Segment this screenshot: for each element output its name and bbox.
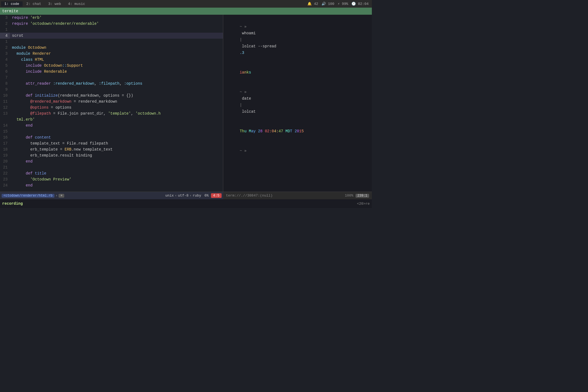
line-content: include Renderable <box>10 69 223 75</box>
terminal-line: ~ » whoami | lolcat --spread .3 <box>226 17 369 63</box>
window-title: termite <box>2 9 18 13</box>
line-content: attr_reader :rendered_markdown, :filepat… <box>10 81 223 87</box>
line-content: 'Octodown Preview' <box>10 176 223 182</box>
clock-icon: 🕐 02:04 <box>351 2 369 6</box>
code-line: 3 require 'erb' <box>0 15 223 21</box>
line-number <box>0 117 10 122</box>
code-line: 23 'Octodown Preview' <box>0 176 223 182</box>
volume-icon: 🔊 100 <box>321 2 334 6</box>
code-line: tml.erb' <box>0 117 223 122</box>
code-line: 17 template_text = File.read filepath <box>0 140 223 146</box>
line-content <box>10 164 223 170</box>
code-line: 8 attr_reader :rendered_markdown, :filep… <box>0 81 223 87</box>
code-line: 2 module Octodown <box>0 45 223 51</box>
line-number: 1 <box>0 39 10 45</box>
format-label: unix <box>165 194 174 198</box>
line-number: 19 <box>0 152 10 158</box>
tab-chat[interactable]: 2: chat <box>23 1 45 7</box>
code-lines: 3 require 'erb' 2 require 'octodown/rend… <box>0 15 223 188</box>
line-number: 10 <box>0 93 10 99</box>
line-number: 1 <box>0 27 10 33</box>
tabs-container: 1: code 2: chat 3: web 4: music <box>1 1 88 7</box>
code-line: 1 <box>0 39 223 45</box>
code-line: 6 include Renderable <box>0 69 223 75</box>
line-number: 2 <box>0 21 10 27</box>
code-line: 14 end <box>0 122 223 128</box>
line-number: 17 <box>0 140 10 146</box>
status-bars: <ctodown/renderer/html.rb › + unix ‹ utf… <box>0 192 372 199</box>
line-number: 7 <box>0 75 10 81</box>
line-content: @options = options <box>10 105 223 111</box>
line-content <box>10 27 223 33</box>
code-line: 16 def content <box>0 134 223 140</box>
line-content: module Octodown <box>10 45 223 51</box>
code-line: 21 <box>0 164 223 170</box>
code-line: 1 <box>0 27 223 33</box>
line-content: include Octodown::Support <box>10 63 223 69</box>
line-content: tml.erb' <box>10 117 223 122</box>
line-content <box>10 87 223 93</box>
line-number: 8 <box>0 81 10 87</box>
code-line: 20 end <box>0 158 223 164</box>
line-content <box>10 128 223 134</box>
line-content: @filepath = File.join parent_dir, 'templ… <box>10 111 223 117</box>
line-number: 22 <box>0 170 10 176</box>
line-content: template_text = File.read filepath <box>10 140 223 146</box>
line-content: erb_template.result binding <box>10 152 223 158</box>
line-content: def title <box>10 170 223 176</box>
code-line: 3 module Renderer <box>0 51 223 57</box>
line-content: end <box>10 158 223 164</box>
terminal-line: ~ » date | lolcat <box>226 82 369 121</box>
line-content: def initialize(rendered_markdown, option… <box>10 93 223 99</box>
terminal-status-bar: term://.//30847:(null) 100% 239:1 <box>223 192 372 199</box>
line-content: end <box>10 122 223 128</box>
code-line: 12 @options = options <box>0 105 223 111</box>
percent-label: 6% <box>204 194 209 198</box>
code-line: 13 @filepath = File.join parent_dir, 'te… <box>0 111 223 117</box>
line-number: 24 <box>0 182 10 188</box>
tab-bar: 1: code 2: chat 3: web 4: music 🔔 42 🔊 1… <box>0 0 372 8</box>
language-label: ruby <box>193 194 201 198</box>
main-content: 3 require 'erb' 2 require 'octodown/rend… <box>0 15 372 192</box>
recording-bar: recording <20>re <box>0 199 372 208</box>
line-content: require 'octodown/renderer/renderable' <box>10 21 223 27</box>
tab-web[interactable]: 3: web <box>45 1 64 7</box>
line-number: 16 <box>0 134 10 140</box>
notification-icon: 🔔 42 <box>307 2 318 6</box>
line-number: 6 <box>0 69 10 75</box>
line-content: require 'erb' <box>10 15 223 21</box>
terminal-output-date: Thu May 28 02:04:47 MDT 2015 <box>226 121 369 141</box>
line-number: 14 <box>0 122 10 128</box>
line-content: erb_template = ERB.new template_text <box>10 146 223 152</box>
line-number: 5 <box>0 63 10 69</box>
line-content: end <box>10 182 223 188</box>
terminal-url: term://.//30847:(null) <box>226 194 273 198</box>
line-number: 23 <box>0 176 10 182</box>
code-line: 5 include Octodown::Support <box>0 63 223 69</box>
title-bar: termite <box>0 8 372 15</box>
code-line: 19 erb_template.result binding <box>0 152 223 158</box>
tab-music[interactable]: 4: music <box>65 1 88 7</box>
code-line-active: 4 scrot <box>0 33 223 39</box>
code-line: 18 erb_template = ERB.new template_text <box>0 146 223 152</box>
terminal-prompt: ~ » <box>226 141 369 161</box>
line-content: @rendered_markdown = rendered_markdown <box>10 99 223 105</box>
recording-label: recording <box>2 201 23 206</box>
terminal-pane: ~ » whoami | lolcat --spread .3 ianks ~ … <box>223 15 372 192</box>
terminal-percent: 100% <box>345 194 353 198</box>
line-number: 3 <box>0 15 10 21</box>
code-line: 15 <box>0 128 223 134</box>
line-content: scrot <box>10 33 223 39</box>
line-number: 20 <box>0 158 10 164</box>
tab-code[interactable]: 1: code <box>1 1 23 7</box>
code-line: 7 <box>0 75 223 81</box>
code-area[interactable]: 3 require 'erb' 2 require 'octodown/rend… <box>0 15 223 192</box>
line-content: module Renderer <box>10 51 223 57</box>
encoding-label: utf-8 <box>178 194 189 198</box>
line-content: class HTML <box>10 57 223 63</box>
chevron-icon: › <box>56 194 57 198</box>
line-content: def content <box>10 134 223 140</box>
terminal-position: 239:1 <box>356 194 369 198</box>
line-content <box>10 75 223 81</box>
code-line: 9 <box>0 87 223 93</box>
